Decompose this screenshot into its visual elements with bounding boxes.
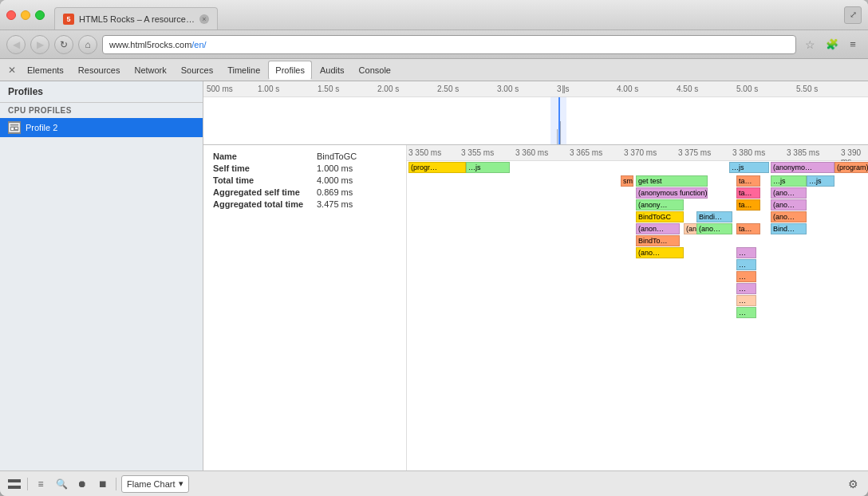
flame-bar[interactable]: …js — [807, 175, 834, 187]
flame-bar[interactable]: (ano… — [636, 247, 684, 258]
refresh-button[interactable]: ↻ — [54, 35, 73, 54]
flame-bar[interactable]: small — [621, 175, 633, 187]
info-self-value: 1.000 ms — [317, 163, 353, 173]
minimize-button[interactable] — [21, 10, 30, 20]
flame-bar[interactable]: Bind… — [771, 223, 807, 234]
flame-bar[interactable]: …js — [466, 162, 510, 173]
profile2-label: Profile 2 — [26, 123, 57, 132]
flame-bar[interactable]: (anon… — [636, 223, 680, 234]
flame-bar[interactable]: (ano… — [771, 211, 807, 222]
flame-bar[interactable]: … — [736, 259, 756, 270]
svg-rect-4 — [8, 479, 21, 482]
title-bar-controls: ⤢ — [844, 6, 862, 24]
url-text: www.html5rocks.com — [109, 40, 191, 49]
fullscreen-button[interactable]: ⤢ — [844, 6, 862, 24]
ruler-mark-300s: 3.00 s — [497, 85, 519, 93]
ruler-mark-550s: 5.50 s — [796, 85, 818, 93]
flame-bar[interactable]: (ano… — [696, 223, 732, 234]
sidebar-header: Profiles — [0, 81, 203, 103]
profile-main: 500 ms 1.00 s 1.50 s 2.00 s 2.50 s 3.00 … — [203, 81, 868, 470]
ruler-mark-400s: 4.00 s — [617, 85, 638, 93]
info-total-label: Total time — [213, 175, 317, 185]
info-aggtotal-value: 3.475 ms — [317, 199, 353, 209]
flame-bar[interactable]: …js — [729, 162, 769, 173]
tab-profiles[interactable]: Profiles — [268, 61, 312, 80]
flame-bar[interactable]: (anonymo… — [771, 162, 834, 173]
info-total-value: 4.000 ms — [317, 175, 353, 185]
info-aggself-value: 0.869 ms — [317, 187, 353, 197]
home-button[interactable]: ⌂ — [78, 35, 97, 54]
flame-bar[interactable]: BindTo… — [636, 235, 680, 246]
flame-ruler-3365: 3 365 ms — [570, 148, 602, 157]
tab-elements[interactable]: Elements — [21, 61, 70, 80]
traffic-lights — [6, 10, 45, 20]
url-bar[interactable]: www.html5rocks.com/en/ — [102, 35, 796, 54]
info-name-value: BindToGC — [317, 152, 357, 161]
flame-bar[interactable]: … — [736, 307, 756, 318]
url-path: /en/ — [191, 40, 206, 49]
flame-bar[interactable]: … — [736, 295, 756, 306]
bottom-separator-2 — [116, 478, 116, 490]
expand-button[interactable]: ≡ — [33, 476, 49, 492]
flame-bar[interactable]: … — [736, 271, 756, 282]
flame-bar[interactable]: (progr… — [408, 162, 466, 173]
toolbar-icons: 🧩 ≡ — [823, 36, 862, 53]
devtools-nav: ✕ Elements Resources Network Sources Tim… — [0, 59, 868, 81]
flame-bar[interactable]: (anonymous function) — [636, 187, 708, 199]
ruler-mark-500ms: 500 ms — [207, 85, 233, 93]
flame-bar[interactable]: BindToGC — [636, 211, 684, 222]
info-row-aggtotal: Aggregated total time 3.475 ms — [213, 199, 397, 209]
flame-bar[interactable]: (ano… — [771, 199, 807, 211]
maximize-button[interactable] — [35, 10, 45, 20]
forward-button[interactable]: ▶ — [30, 35, 49, 54]
info-aggself-label: Aggregated self time — [213, 187, 317, 197]
close-button[interactable] — [6, 10, 16, 20]
flame-bar[interactable]: ta… — [736, 187, 760, 199]
flame-canvas: (progr……js…js(anonymo…(program)http://ww… — [407, 161, 868, 384]
timeline-cursor — [558, 97, 560, 145]
flame-bar[interactable]: (anony… — [636, 199, 684, 211]
info-row-total: Total time 4.000 ms — [213, 175, 397, 185]
search-button[interactable]: 🔍 — [53, 476, 69, 492]
flame-bar[interactable]: …js — [771, 175, 807, 187]
tab-sources[interactable]: Sources — [175, 61, 219, 80]
info-aggtotal-label: Aggregated total time — [213, 199, 317, 209]
tab-audits[interactable]: Audits — [314, 61, 351, 80]
flame-bar[interactable]: Bindi… — [696, 211, 732, 222]
devtools-close-button[interactable]: ✕ — [5, 63, 19, 77]
sidebar-item-profile2[interactable]: Profile 2 — [0, 118, 203, 137]
flame-bar[interactable]: (ano… — [771, 187, 807, 199]
info-name-label: Name — [213, 152, 317, 161]
flame-ruler-3385: 3 385 ms — [787, 148, 819, 157]
tab-timeline[interactable]: Timeline — [221, 61, 266, 80]
ruler-mark-3xs: 3‖s — [557, 85, 570, 93]
flame-bar[interactable]: ta… — [736, 199, 760, 211]
flame-bar[interactable]: ta… — [736, 175, 760, 187]
flame-bar[interactable]: ta… — [736, 223, 760, 234]
browser-tab[interactable]: 5 HTML5 Rocks – A resource… × — [54, 7, 218, 30]
extension-icon[interactable]: 🧩 — [823, 36, 841, 53]
flame-bar[interactable]: get test — [636, 175, 708, 187]
drawer-toggle-button[interactable] — [6, 476, 22, 492]
flame-chart-area: 3 350 ms 3 355 ms 3 360 ms 3 365 ms 3 37… — [407, 145, 868, 470]
timeline-overview: 500 ms 1.00 s 1.50 s 2.00 s 2.50 s 3.00 … — [203, 81, 868, 145]
bookmark-button[interactable]: ☆ — [801, 36, 819, 53]
tab-bar: 5 HTML5 Rocks – A resource… × — [54, 0, 218, 30]
flame-bar[interactable]: … — [736, 247, 756, 258]
flame-chart-dropdown[interactable]: Flame Chart ▾ — [121, 475, 189, 493]
title-bar: 5 HTML5 Rocks – A resource… × ⤢ — [0, 0, 868, 30]
tab-console[interactable]: Console — [353, 61, 397, 80]
menu-button[interactable]: ≡ — [844, 36, 862, 53]
flame-bar[interactable]: (program) — [834, 162, 868, 173]
settings-button[interactable]: ⚙ — [844, 475, 862, 493]
devtools-body: Profiles CPU PROFILES Profile 2 — [0, 81, 868, 470]
tab-close-button[interactable]: × — [199, 14, 209, 24]
flame-bar[interactable]: … — [736, 283, 756, 294]
tab-resources[interactable]: Resources — [72, 61, 127, 80]
address-bar: ◀ ▶ ↻ ⌂ www.html5rocks.com/en/ ☆ 🧩 ≡ — [0, 30, 868, 59]
record-button[interactable]: ⏺ — [74, 476, 90, 492]
stop-button[interactable]: ⏹ — [95, 476, 111, 492]
back-button[interactable]: ◀ — [6, 35, 26, 54]
tab-network[interactable]: Network — [128, 61, 172, 80]
bottom-separator-1 — [27, 478, 28, 490]
